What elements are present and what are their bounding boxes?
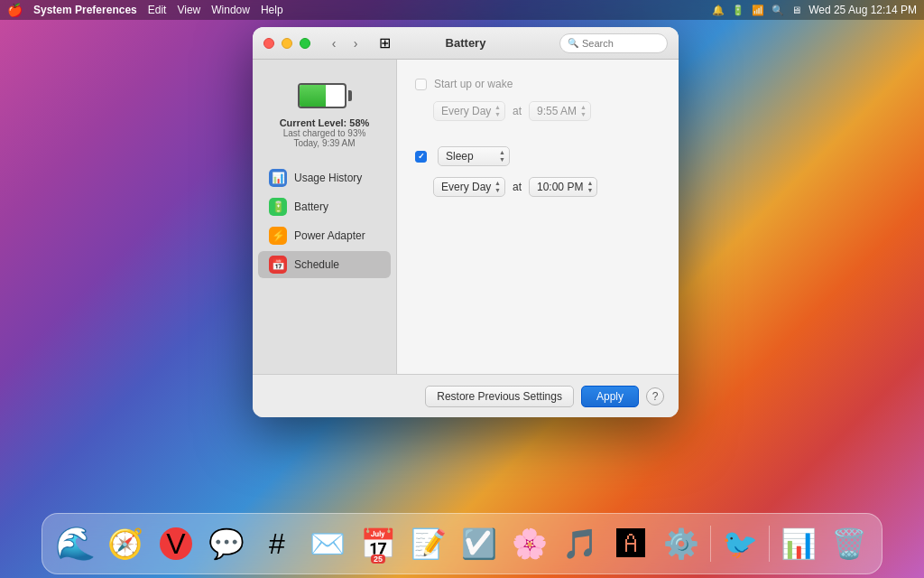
slack-icon: # [269,527,285,561]
sleep-checkbox[interactable] [415,151,427,163]
sidebar-item-power-adapter[interactable]: ⚡ Power Adapter [258,222,391,249]
display-icon[interactable]: 🖥 [791,5,801,15]
startup-time-row: Every Day ▲ ▼ at 9:55 AM ▲ ▼ [415,101,661,121]
startup-day-value: Every Day [441,105,491,117]
sleep-at-label: at [513,181,522,193]
battery-body [298,83,346,108]
trash-icon: 🗑️ [831,527,867,561]
startup-time-value: 9:55 AM [537,105,577,117]
grid-view-icon[interactable]: ⊞ [375,34,393,52]
maximize-button[interactable] [300,38,310,49]
sidebar: Current Level: 58% Last charged to 93% T… [253,60,397,374]
menubar-app-name[interactable]: System Preferences [33,4,137,16]
schedule-section: Start up or wake Every Day ▲ ▼ at 9:5 [415,78,661,197]
menubar-window[interactable]: Window [211,4,250,16]
sleep-time-value: 10:00 PM [537,181,583,193]
back-button[interactable]: ‹ [325,34,343,52]
preferences-window: ‹ › ⊞ Battery 🔍 [253,27,679,417]
menubar-view[interactable]: View [177,4,200,16]
sleep-action-select[interactable]: Sleep ▲ ▼ [438,146,510,166]
menubar-edit[interactable]: Edit [148,4,167,16]
desktop: 🍎 System Preferences Edit View Window He… [0,0,924,578]
notification-icon[interactable]: 🔔 [712,5,725,16]
close-button[interactable] [263,38,274,49]
startup-time-control[interactable]: 9:55 AM ▲ ▼ [529,101,591,121]
dock-item-slack[interactable]: # [254,520,300,567]
startup-checkbox[interactable] [415,79,427,90]
startup-day-select[interactable]: Every Day ▲ ▼ [433,101,505,121]
power-adapter-icon: ⚡ [269,227,287,245]
window-body: Current Level: 58% Last charged to 93% T… [253,60,679,374]
startup-label: Start up or wake [434,78,513,90]
minimize-button[interactable] [282,38,292,49]
dock-item-safari[interactable]: 🧭 [102,520,149,567]
battery-tip [348,90,352,101]
dock-item-appstore[interactable]: 🅰 [607,520,654,567]
reminders-icon: ☑️ [461,527,497,561]
dock-item-twitter[interactable]: 🐦 [716,520,763,567]
window-footer: Restore Previous Settings Apply ? [253,374,679,417]
restore-button[interactable]: Restore Previous Settings [425,386,574,407]
sleep-row: Sleep ▲ ▼ [415,146,661,166]
calendar-date-badge: 25 [371,555,385,564]
messages-icon: 💬 [208,527,245,561]
dock-separator [710,526,711,562]
safari-icon: 🧭 [107,527,143,561]
sidebar-item-battery[interactable]: 🔋 Battery [258,193,391,220]
dock-item-messages[interactable]: 💬 [203,520,250,567]
sleep-action-arrows: ▲ ▼ [499,149,505,163]
dock-item-trash[interactable]: 🗑️ [826,520,873,567]
help-button[interactable]: ? [646,387,664,406]
dock-item-reminders[interactable]: ☑️ [456,520,503,567]
battery-info: Current Level: 58% Last charged to 93% T… [253,74,396,163]
sidebar-label-usage-history: Usage History [294,172,362,184]
vivaldi-icon: V [160,527,192,560]
dock-item-photos[interactable]: 🌸 [506,520,553,567]
music-icon: 🎵 [562,527,598,561]
sleep-action-value: Sleep [446,150,474,163]
twitter-icon: 🐦 [722,527,758,561]
notes-icon: 📝 [411,527,447,561]
dock-item-music[interactable]: 🎵 [557,520,604,567]
battery-fill [300,85,326,107]
window-titlebar: ‹ › ⊞ Battery 🔍 [253,27,679,60]
battery-level-text: Current Level: 58% [280,117,370,128]
istat-icon: 📊 [781,527,817,561]
sleep-day-select[interactable]: Every Day ▲ ▼ [433,177,505,197]
search-menubar-icon[interactable]: 🔍 [772,5,784,16]
finder-icon: 🌊 [55,525,96,563]
dock-item-finder[interactable]: 🌊 [51,520,98,567]
sidebar-label-battery: Battery [294,200,328,213]
menubar-left: 🍎 System Preferences Edit View Window He… [7,3,283,17]
forward-button[interactable]: › [346,34,365,52]
dock-item-mail[interactable]: ✉️ [304,520,351,567]
wifi-icon[interactable]: 📶 [752,5,764,16]
sysprefs-icon: ⚙️ [663,527,699,561]
dock-item-istat[interactable]: 📊 [775,520,822,567]
sleep-time-control[interactable]: 10:00 PM ▲ ▼ [529,177,597,197]
schedule-icon: 📅 [269,256,287,274]
menubar-help[interactable]: Help [261,4,283,16]
sleep-time-row: Every Day ▲ ▼ at 10:00 PM ▲ ▼ [415,177,661,197]
menubar-datetime: Wed 25 Aug 12:14 PM [808,4,917,16]
sidebar-label-power-adapter: Power Adapter [294,229,365,242]
sidebar-item-schedule[interactable]: 📅 Schedule [258,251,391,278]
window-nav: ‹ › [325,34,365,52]
apple-logo-icon[interactable]: 🍎 [7,3,23,17]
search-box[interactable]: 🔍 [559,33,668,53]
sleep-time-arrows: ▲ ▼ [587,180,593,193]
dock-item-sysprefs[interactable]: ⚙️ [658,520,705,567]
dock-item-notes[interactable]: 📝 [405,520,452,567]
apply-button[interactable]: Apply [581,386,639,407]
startup-row: Start up or wake [415,78,661,90]
battery-graphic [298,81,352,110]
battery-status-icon: 🔋 [732,5,744,16]
dock-item-calendar[interactable]: 📅 25 [355,520,402,567]
dock-item-vivaldi[interactable]: V [152,520,199,567]
sleep-day-value: Every Day [441,181,491,193]
startup-at-label: at [513,105,522,117]
search-input[interactable] [582,38,654,49]
sidebar-item-usage-history[interactable]: 📊 Usage History [258,164,391,191]
startup-day-arrows: ▲ ▼ [494,104,501,117]
startup-time-arrows: ▲ ▼ [580,104,587,117]
